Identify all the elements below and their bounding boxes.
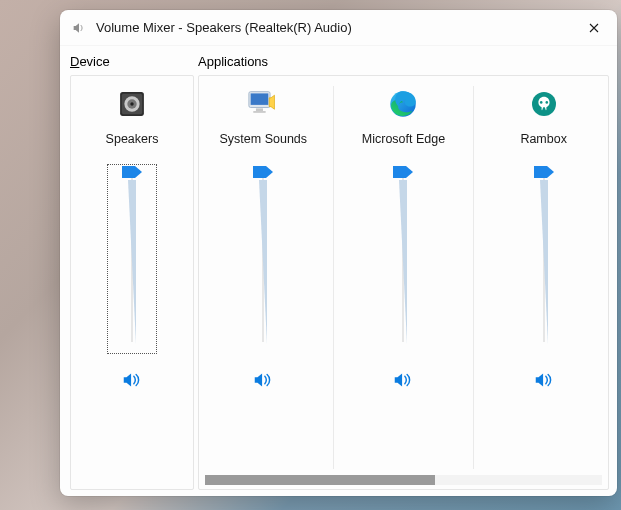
app-channel-rambox: Rambox xyxy=(485,86,603,469)
titlebar: Volume Mixer - Speakers (Realtek(R) Audi… xyxy=(60,10,617,46)
edge-icon[interactable] xyxy=(385,86,421,122)
slider-thumb[interactable] xyxy=(393,166,413,178)
horizontal-scrollbar[interactable] xyxy=(205,475,602,485)
app-channel-edge: Microsoft Edge xyxy=(344,86,462,469)
svg-point-11 xyxy=(540,101,543,104)
app-mute-button[interactable] xyxy=(530,368,558,392)
speaker-device-icon[interactable] xyxy=(114,86,150,122)
device-channel: Speakers xyxy=(73,86,191,481)
app-name[interactable]: Rambox xyxy=(520,132,567,146)
divider xyxy=(473,86,474,469)
app-name[interactable]: System Sounds xyxy=(220,132,308,146)
device-section-label: Device xyxy=(70,54,194,69)
app-mute-button[interactable] xyxy=(249,368,277,392)
volume-mixer-window: Volume Mixer - Speakers (Realtek(R) Audi… xyxy=(60,10,617,496)
app-volume-slider[interactable] xyxy=(519,164,569,354)
rambox-icon[interactable] xyxy=(526,86,562,122)
divider xyxy=(333,86,334,469)
svg-point-12 xyxy=(545,101,548,104)
content: Device Speakers xyxy=(60,46,617,496)
speaker-icon xyxy=(70,19,88,37)
applications-section-label: Applications xyxy=(198,54,609,69)
device-volume-slider[interactable] xyxy=(107,164,157,354)
device-name[interactable]: Speakers xyxy=(106,132,159,146)
svg-rect-7 xyxy=(256,108,263,111)
system-sounds-icon[interactable] xyxy=(245,86,281,122)
slider-thumb[interactable] xyxy=(122,166,142,178)
applications-section: Applications System Sounds xyxy=(198,54,609,490)
applications-panel: System Sounds xyxy=(198,75,609,490)
app-volume-slider[interactable] xyxy=(238,164,288,354)
slider-thumb[interactable] xyxy=(253,166,273,178)
slider-thumb[interactable] xyxy=(534,166,554,178)
svg-point-4 xyxy=(130,102,133,105)
scrollbar-thumb[interactable] xyxy=(205,475,435,485)
app-volume-slider[interactable] xyxy=(378,164,428,354)
app-channel-system-sounds: System Sounds xyxy=(204,86,322,469)
app-mute-button[interactable] xyxy=(389,368,417,392)
window-title: Volume Mixer - Speakers (Realtek(R) Audi… xyxy=(96,20,571,35)
close-button[interactable] xyxy=(571,10,617,46)
app-name[interactable]: Microsoft Edge xyxy=(362,132,445,146)
device-panel: Speakers xyxy=(70,75,194,490)
svg-rect-6 xyxy=(251,93,269,104)
device-section: Device Speakers xyxy=(70,54,198,490)
device-mute-button[interactable] xyxy=(118,368,146,392)
svg-rect-8 xyxy=(254,111,266,113)
